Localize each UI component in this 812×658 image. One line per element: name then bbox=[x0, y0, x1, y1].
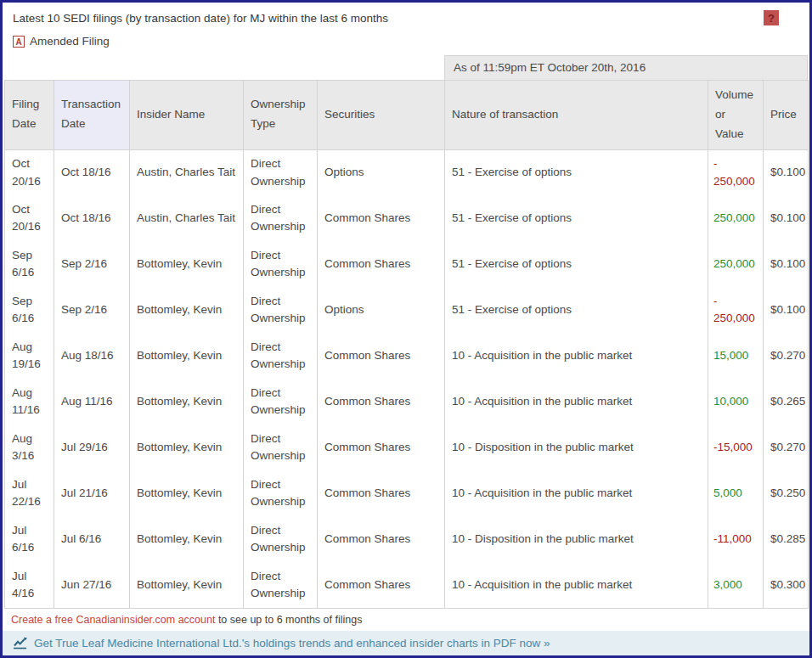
cell-insider-name: Bottomley, Kevin bbox=[130, 470, 244, 516]
cell-securities: Common Shares bbox=[318, 241, 445, 287]
filings-table-header: Filing Date Transaction Date Insider Nam… bbox=[5, 81, 809, 150]
table-row: Oct 20/16 Oct 18/16 Austin, Charles Tait… bbox=[5, 195, 809, 241]
cell-nature-of-transaction: 10 - Disposition in the public market bbox=[445, 516, 708, 562]
cell-price: $0.270 bbox=[764, 425, 809, 470]
cell-insider-name: Austin, Charles Tait bbox=[130, 195, 244, 241]
cell-transaction-date: Jul 6/16 bbox=[54, 516, 130, 562]
table-row: Sep 6/16 Sep 2/16 Bottomley, Kevin Direc… bbox=[5, 287, 809, 333]
cell-filing-date: Oct 20/16 bbox=[5, 195, 54, 241]
table-row: Aug 19/16 Aug 18/16 Bottomley, Kevin Dir… bbox=[5, 333, 809, 379]
cell-ownership-type: Direct Ownership bbox=[244, 149, 318, 195]
cell-ownership-type: Direct Ownership bbox=[244, 333, 318, 379]
cell-nature-of-transaction: 10 - Acquisition in the public market bbox=[445, 470, 708, 516]
amended-filing-label: Amended Filing bbox=[30, 35, 110, 48]
cell-ownership-type: Direct Ownership bbox=[244, 425, 318, 470]
cell-volume-or-value: 15,000 bbox=[708, 333, 764, 379]
cell-insider-name: Bottomley, Kevin bbox=[130, 425, 244, 470]
filings-table: Filing Date Transaction Date Insider Nam… bbox=[4, 80, 809, 609]
cell-securities: Options bbox=[318, 287, 445, 333]
account-upsell-note: Create a free Canadianinsider.com accoun… bbox=[11, 614, 801, 626]
column-header-filing-date[interactable]: Filing Date bbox=[5, 81, 54, 150]
cell-price: $0.100 bbox=[764, 287, 809, 333]
cell-nature-of-transaction: 10 - Acquisition in the public market bbox=[445, 562, 708, 608]
sedi-filings-widget: Latest 10 SEDI filings (by transaction d… bbox=[0, 0, 812, 658]
cell-insider-name: Bottomley, Kevin bbox=[130, 379, 244, 425]
cell-nature-of-transaction: 10 - Acquisition in the public market bbox=[445, 379, 708, 425]
column-header-price[interactable]: Price bbox=[764, 81, 809, 150]
cell-insider-name: Bottomley, Kevin bbox=[130, 287, 244, 333]
cell-price: $0.270 bbox=[764, 333, 809, 379]
cell-insider-name: Bottomley, Kevin bbox=[130, 333, 244, 379]
cell-ownership-type: Direct Ownership bbox=[244, 241, 318, 287]
column-header-ownership-type[interactable]: Ownership Type bbox=[244, 81, 318, 150]
cell-transaction-date: Sep 2/16 bbox=[54, 287, 130, 333]
cell-transaction-date: Sep 2/16 bbox=[54, 241, 130, 287]
cell-securities: Common Shares bbox=[318, 333, 445, 379]
cell-securities: Common Shares bbox=[318, 562, 445, 608]
cell-securities: Common Shares bbox=[318, 516, 445, 562]
cell-securities: Common Shares bbox=[318, 425, 445, 470]
create-account-link[interactable]: Create a free Canadianinsider.com accoun… bbox=[11, 614, 215, 626]
cell-volume-or-value: 3,000 bbox=[708, 562, 764, 608]
cell-transaction-date: Jul 29/16 bbox=[54, 425, 130, 470]
cell-insider-name: Bottomley, Kevin bbox=[130, 516, 244, 562]
cell-filing-date: Aug 11/16 bbox=[5, 379, 54, 425]
cell-filing-date: Aug 19/16 bbox=[5, 333, 54, 379]
column-header-insider-name[interactable]: Insider Name bbox=[130, 81, 244, 150]
cell-nature-of-transaction: 51 - Exercise of options bbox=[445, 149, 708, 195]
cell-transaction-date: Oct 18/16 bbox=[54, 195, 130, 241]
cell-transaction-date: Jul 21/16 bbox=[54, 470, 130, 516]
cell-securities: Common Shares bbox=[318, 470, 445, 516]
cell-transaction-date: Oct 18/16 bbox=[54, 149, 130, 195]
cell-filing-date: Sep 6/16 bbox=[5, 241, 54, 287]
table-row: Aug 11/16 Aug 11/16 Bottomley, Kevin Dir… bbox=[5, 379, 809, 425]
cell-ownership-type: Direct Ownership bbox=[244, 470, 318, 516]
column-header-nature[interactable]: Nature of transaction bbox=[445, 81, 708, 150]
table-row: Jul 22/16 Jul 21/16 Bottomley, Kevin Dir… bbox=[5, 470, 809, 516]
cell-price: $0.265 bbox=[764, 379, 809, 425]
cell-price: $0.100 bbox=[764, 241, 809, 287]
cell-price: $0.300 bbox=[764, 562, 809, 608]
cell-ownership-type: Direct Ownership bbox=[244, 195, 318, 241]
cell-ownership-type: Direct Ownership bbox=[244, 287, 318, 333]
cell-filing-date: Jul 22/16 bbox=[5, 470, 54, 516]
cell-volume-or-value: 250,000 bbox=[708, 195, 764, 241]
cell-nature-of-transaction: 51 - Exercise of options bbox=[445, 195, 708, 241]
cell-volume-or-value: -15,000 bbox=[708, 425, 764, 470]
promo-bar[interactable]: Get True Leaf Medicine International Ltd… bbox=[3, 631, 809, 655]
cell-insider-name: Austin, Charles Tait bbox=[130, 149, 244, 195]
cell-filing-date: Oct 20/16 bbox=[5, 149, 54, 195]
help-button[interactable]: ? bbox=[764, 10, 779, 25]
cell-price: $0.285 bbox=[764, 516, 809, 562]
cell-price: $0.100 bbox=[764, 149, 809, 195]
cell-ownership-type: Direct Ownership bbox=[244, 562, 318, 608]
amended-filing-legend: A Amended Filing bbox=[13, 35, 799, 48]
table-row: Sep 6/16 Sep 2/16 Bottomley, Kevin Direc… bbox=[5, 241, 809, 287]
title-row: Latest 10 SEDI filings (by transaction d… bbox=[13, 10, 799, 26]
cell-price: $0.250 bbox=[764, 470, 809, 516]
cell-insider-name: Bottomley, Kevin bbox=[130, 562, 244, 608]
amended-filing-icon: A bbox=[13, 36, 25, 48]
page-title: Latest 10 SEDI filings (by transaction d… bbox=[13, 10, 388, 26]
table-row: Oct 20/16 Oct 18/16 Austin, Charles Tait… bbox=[5, 149, 809, 195]
cell-filing-date: Jul 6/16 bbox=[5, 516, 54, 562]
cell-securities: Common Shares bbox=[318, 195, 445, 241]
cell-filing-date: Jul 4/16 bbox=[5, 562, 54, 608]
column-header-volume[interactable]: Volume or Value bbox=[708, 81, 764, 150]
column-header-transaction-date[interactable]: Transaction Date bbox=[54, 81, 130, 150]
cell-securities: Options bbox=[318, 149, 445, 195]
cell-nature-of-transaction: 10 - Disposition in the public market bbox=[445, 425, 708, 470]
trend-chart-icon bbox=[13, 637, 28, 650]
cell-transaction-date: Aug 18/16 bbox=[54, 333, 130, 379]
column-header-securities[interactable]: Securities bbox=[318, 81, 445, 150]
cell-nature-of-transaction: 10 - Acquisition in the public market bbox=[445, 333, 708, 379]
account-upsell-suffix: to see up to 6 months of filings bbox=[215, 614, 362, 626]
cell-ownership-type: Direct Ownership bbox=[244, 516, 318, 562]
cell-transaction-date: Aug 11/16 bbox=[54, 379, 130, 425]
filings-table-body: Oct 20/16 Oct 18/16 Austin, Charles Tait… bbox=[5, 149, 809, 608]
table-row: Jul 4/16 Jun 27/16 Bottomley, Kevin Dire… bbox=[5, 562, 809, 608]
cell-filing-date: Sep 6/16 bbox=[5, 287, 54, 333]
cell-volume-or-value: 5,000 bbox=[708, 470, 764, 516]
cell-volume-or-value: 250,000 bbox=[708, 241, 764, 287]
promo-link[interactable]: Get True Leaf Medicine International Ltd… bbox=[34, 637, 550, 650]
